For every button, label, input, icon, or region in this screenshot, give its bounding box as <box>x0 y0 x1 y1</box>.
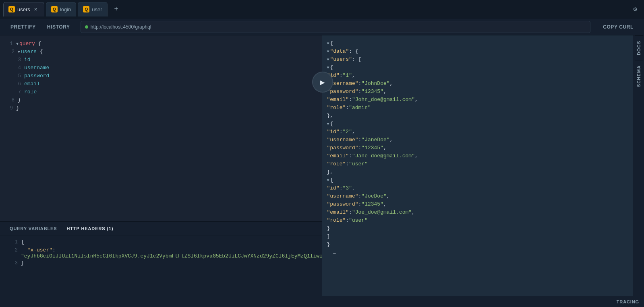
headers-line-1: 1 { <box>5 239 317 247</box>
result-data-close: } <box>322 241 633 249</box>
result-user3-open: ▼ { <box>322 177 633 185</box>
result-user2-close: }, <box>322 169 633 177</box>
prettify-button[interactable]: PRETTIFY <box>5 22 41 32</box>
tab-query-variables[interactable]: QUERY VARIABLES <box>5 224 62 233</box>
result-user3-username: "username": "JoeDoe", <box>322 193 633 201</box>
tab-close-users[interactable]: ✕ <box>33 6 39 12</box>
settings-button[interactable]: ⚙ <box>630 4 641 15</box>
result-user1-password: "password": "12345", <box>322 89 633 97</box>
editor-line-5: 5 password <box>0 72 322 80</box>
tab-http-headers[interactable]: HTTP HEADERS (1) <box>62 224 118 233</box>
tab-user[interactable]: Q user <box>78 2 107 16</box>
collapse-triangle-1[interactable]: ▼ <box>16 42 19 46</box>
result-user2-password: "password": "12345", <box>322 145 633 153</box>
result-line-data: ▼ "data": { <box>322 48 633 56</box>
code-editor[interactable]: 1 ▼query { 2 ▼users { 3 id 4 username <box>0 35 322 221</box>
result-triangle-users[interactable]: ▼ <box>327 58 329 62</box>
bottom-panel: QUERY VARIABLES HTTP HEADERS (1) 1 { 2 "… <box>0 221 322 296</box>
copy-curl-button[interactable]: COPY CURL <box>597 22 639 32</box>
result-user1-open: ▼ { <box>322 64 633 72</box>
history-button[interactable]: HISTORY <box>41 22 76 32</box>
tab-users[interactable]: Q users ✕ <box>3 2 44 16</box>
docs-tab[interactable]: DOCS <box>635 35 643 60</box>
url-text: http://localhost:4500/graphql <box>91 24 151 30</box>
result-panel: ▼ { ▼ "data": { ▼ "users": [ ▼ { "id": "… <box>322 35 633 296</box>
result-triangle-data[interactable]: ▼ <box>327 49 329 54</box>
editor-line-9: 9 } <box>0 105 322 113</box>
result-array-close: ] <box>322 233 633 241</box>
result-line-root-open: ▼ { <box>322 40 633 48</box>
result-user2-open: ▼ { <box>322 121 633 129</box>
http-headers-content[interactable]: 1 { 2 "x-user": "eyJhbGciOiJIUzI1NiIsInR… <box>0 235 322 296</box>
editor-line-2: 2 ▼users { <box>0 48 322 56</box>
tab-icon-user: Q <box>83 6 89 12</box>
result-user1-username: "username": "JohnDoe", <box>322 80 633 89</box>
toolbar: PRETTIFY HISTORY http://localhost:4500/g… <box>0 19 644 35</box>
result-line-users: ▼ "users": [ <box>322 56 633 64</box>
result-triangle-u2[interactable]: ▼ <box>327 122 329 126</box>
result-user3-password: "password": "12345", <box>322 201 633 209</box>
result-user2-role: "role": "user" <box>322 161 633 169</box>
editor-line-7: 7 role <box>0 89 322 97</box>
result-user3-role: "role": "user" <box>322 217 633 225</box>
result-user3-id: "id": "3", <box>322 185 633 193</box>
result-triangle-u1[interactable]: ▼ <box>327 66 329 70</box>
tab-bar: Q users ✕ Q login Q user + ⚙ <box>0 0 644 19</box>
tab-label-user: user <box>92 6 102 12</box>
tracing-label[interactable]: TRACING <box>617 299 639 304</box>
result-triangle-root[interactable]: ▼ <box>327 41 329 46</box>
editor-line-8: 8 } <box>0 97 322 105</box>
headers-line-2: 2 "x-user": "eyJhbGciOiJIUzI1NiIsInR5cCI… <box>5 247 317 260</box>
bottom-tabs: QUERY VARIABLES HTTP HEADERS (1) <box>0 222 322 235</box>
collapse-triangle-2[interactable]: ▼ <box>18 50 20 54</box>
result-user1-close: }, <box>322 113 633 121</box>
tab-login[interactable]: Q login <box>46 2 76 16</box>
tracing-bar: TRACING <box>0 296 644 307</box>
tab-icon-login: Q <box>51 6 58 12</box>
editor-line-1: 1 ▼query { <box>0 40 322 48</box>
result-user1-id: "id": "1", <box>322 72 633 80</box>
main-content: 1 ▼query { 2 ▼users { 3 id 4 username <box>0 35 644 296</box>
headers-line-3: 3 } <box>5 260 317 268</box>
run-button[interactable]: ▶ <box>312 72 333 93</box>
tab-label-login: login <box>60 6 71 12</box>
side-tabs: DOCS SCHEMA <box>633 35 644 296</box>
url-status-dot <box>85 25 88 29</box>
tab-label-users: users <box>17 6 30 12</box>
url-bar[interactable]: http://localhost:4500/graphql <box>81 21 590 33</box>
result-triangle-u3[interactable]: ▼ <box>327 178 329 183</box>
run-button-wrapper: ▶ <box>312 72 333 93</box>
result-user2-id: "id": "2", <box>322 129 633 137</box>
result-user2-email: "email": "Jane_doe@gmail.com", <box>322 153 633 161</box>
schema-tab[interactable]: SCHEMA <box>635 60 643 92</box>
result-user3-close: } <box>322 225 633 233</box>
editor-line-4: 4 username <box>0 64 322 72</box>
tab-icon-users: Q <box>8 6 15 12</box>
editor-line-6: 6 email <box>0 80 322 89</box>
editor-panel: 1 ▼query { 2 ▼users { 3 id 4 username <box>0 35 322 296</box>
add-tab-button[interactable]: + <box>111 4 122 15</box>
result-user2-username: "username": "JaneDoe", <box>322 137 633 145</box>
result-user3-email: "email": "Joe_doe@gmail.com", <box>322 209 633 217</box>
editor-line-3: 3 id <box>0 56 322 64</box>
result-root-partial: … <box>322 249 633 258</box>
result-user1-role: "role": "admin" <box>322 105 633 113</box>
result-user1-email: "email": "John_doe@gmail.com", <box>322 97 633 105</box>
